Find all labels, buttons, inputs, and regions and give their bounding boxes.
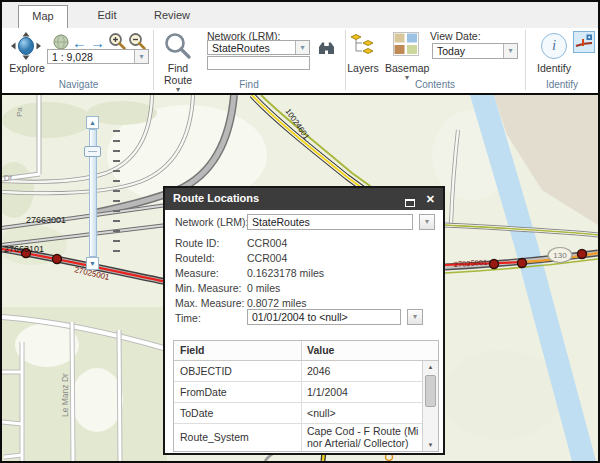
measure-value: 0.1623178 miles xyxy=(247,267,324,279)
tab-map[interactable]: Map xyxy=(18,5,68,28)
table-row[interactable]: ToDate <null> xyxy=(174,403,422,424)
route-marker[interactable] xyxy=(490,260,499,269)
route-marker[interactable] xyxy=(518,259,527,268)
time-dropdown-icon[interactable]: ▾ xyxy=(407,309,423,325)
scroll-up-icon[interactable]: ▲ xyxy=(423,361,438,373)
layers-icon[interactable] xyxy=(349,32,376,62)
route-shield-130: 130 xyxy=(548,248,572,263)
chevron-down-icon[interactable]: ▾ xyxy=(295,41,309,54)
layers-button[interactable]: Layers xyxy=(344,62,382,74)
view-date-value: Today xyxy=(437,45,501,57)
ribbon-tab-strip: Map Edit Review xyxy=(2,2,598,28)
zoom-out-slider-button[interactable]: ▼ xyxy=(86,257,99,270)
explore-icon[interactable] xyxy=(10,32,42,66)
column-divider xyxy=(301,424,302,452)
dlg-network-combo[interactable]: StateRoutes xyxy=(247,214,413,230)
dlg-network-dropdown-icon[interactable]: ▾ xyxy=(419,214,435,230)
table-scrollbar[interactable]: ▲ ▼ xyxy=(422,361,438,451)
routeid-label: RouteId: xyxy=(175,252,215,264)
identify-route-locations-tool[interactable] xyxy=(573,31,595,53)
binoculars-icon[interactable] xyxy=(318,41,335,59)
find-route-label-1: Find xyxy=(156,62,200,74)
max-measure-value: 0.8072 miles xyxy=(247,297,307,309)
table-header: Field Value xyxy=(174,341,438,361)
table-row[interactable]: FromDate 1/1/2004 xyxy=(174,382,422,403)
next-extent-icon[interactable]: → xyxy=(90,35,105,50)
group-label-contents: Contents xyxy=(346,79,524,90)
identify-i-glyph: i xyxy=(552,37,556,53)
min-measure-value: 0 miles xyxy=(247,282,280,294)
dialog-titlebar[interactable]: Route Locations ✕ xyxy=(165,188,443,210)
field-cell: ToDate xyxy=(180,407,213,419)
column-divider xyxy=(301,341,302,360)
chevron-down-icon[interactable]: ▾ xyxy=(134,50,148,63)
dlg-network-label: Network (LRM): xyxy=(175,216,249,228)
time-value: 01/01/2004 to <null> xyxy=(252,311,348,323)
group-label-find: Find xyxy=(154,79,344,90)
explore-button[interactable]: Explore xyxy=(4,62,50,74)
scale-combo[interactable]: 1 : 9,028 ▾ xyxy=(47,49,149,64)
time-label: Time: xyxy=(175,312,201,324)
scroll-down-icon[interactable]: ▼ xyxy=(423,439,438,451)
group-label-navigate: Navigate xyxy=(4,79,153,90)
measure-label: Measure: xyxy=(175,267,219,279)
network-lrm-combo[interactable]: StateRoutes ▾ xyxy=(207,40,310,55)
network-lrm-value: StateRoutes xyxy=(212,42,293,54)
field-column-header: Field xyxy=(180,344,205,356)
tab-edit[interactable]: Edit xyxy=(82,5,132,28)
route-id-value: CCR004 xyxy=(247,237,287,249)
route-locations-dialog: Route Locations ✕ Network (LRM): StateRo… xyxy=(163,186,445,455)
zoom-slider-thumb[interactable] xyxy=(84,146,101,157)
zoom-in-slider-button[interactable]: ▲ xyxy=(86,116,99,129)
table-row[interactable]: Route_System Cape Cod - F Route (Minor A… xyxy=(174,424,422,452)
basemap-icon[interactable] xyxy=(393,32,419,61)
value-cell: Cape Cod - F Route (Minor Arterial/ Coll… xyxy=(307,425,419,449)
time-combo[interactable]: 01/01/2004 to <null> xyxy=(247,309,401,325)
value-cell: <null> xyxy=(307,407,419,419)
chevron-down-icon[interactable]: ▾ xyxy=(503,44,517,58)
route-id-label: Route ID: xyxy=(175,237,219,249)
street-name-label: Pa xyxy=(15,107,24,117)
view-date-combo[interactable]: Today ▾ xyxy=(432,43,518,59)
find-route-icon[interactable] xyxy=(163,32,193,66)
street-name-label: Dr xyxy=(3,172,13,183)
maximize-icon[interactable] xyxy=(405,193,415,211)
map-zoom-slider[interactable]: ▲ ▼ xyxy=(84,116,102,271)
field-cell: Route_System xyxy=(180,431,249,443)
scale-value: 1 : 9,028 xyxy=(52,51,132,63)
app-window: Map Edit Review Explore xyxy=(0,0,600,463)
max-measure-label: Max. Measure: xyxy=(175,297,244,309)
dialog-title: Route Locations xyxy=(173,192,259,204)
zoom-slider-ticks xyxy=(113,130,120,256)
field-cell: FromDate xyxy=(180,386,227,398)
field-cell: OBJECTID xyxy=(180,365,232,377)
attribute-table: Field Value OBJECTID 2046 FromDate 1/1/2… xyxy=(173,340,439,452)
route-input[interactable] xyxy=(207,56,310,70)
previous-extent-icon[interactable]: ← xyxy=(72,35,87,50)
route-marker[interactable] xyxy=(53,255,62,264)
min-measure-label: Min. Measure: xyxy=(175,282,242,294)
value-column-header: Value xyxy=(307,344,334,356)
view-date-label: View Date: xyxy=(430,30,481,42)
identify-button[interactable]: Identify xyxy=(534,62,574,74)
route-id-label: 27663001 xyxy=(26,215,66,225)
svg-text:130: 130 xyxy=(553,251,567,260)
dlg-network-value: StateRoutes xyxy=(252,216,310,228)
column-divider xyxy=(301,361,302,381)
ribbon: Explore ← → 1 : 9,0 xyxy=(2,28,598,93)
tab-review[interactable]: Review xyxy=(144,5,200,28)
routeid-value: CCR004 xyxy=(247,252,287,264)
identify-icon[interactable]: i xyxy=(541,33,567,59)
column-divider xyxy=(301,382,302,402)
street-name-label: Le Manz Dr xyxy=(60,373,70,417)
route-id-label: 27663101 xyxy=(4,244,44,254)
table-row[interactable]: OBJECTID 2046 xyxy=(174,361,422,382)
scrollbar-thumb[interactable] xyxy=(425,375,436,407)
route-marker[interactable] xyxy=(578,250,587,259)
value-cell: 1/1/2004 xyxy=(307,386,419,398)
value-cell: 2046 xyxy=(307,365,419,377)
column-divider xyxy=(301,403,302,423)
close-icon[interactable]: ✕ xyxy=(426,193,435,205)
group-label-identify: Identify xyxy=(526,79,598,90)
